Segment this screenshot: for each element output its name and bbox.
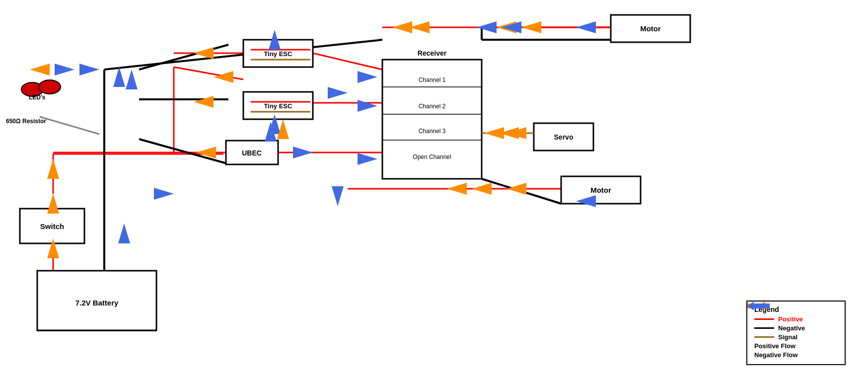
orange-arrow-1 — [392, 21, 412, 33]
blue-arrow-recv-left2 — [358, 100, 377, 112]
legend-box: Legend Positive Negative Signal Positive… — [746, 301, 846, 365]
tinyesc2-label: Tiny ESC — [264, 102, 292, 110]
orange-arrow-esc2a — [194, 96, 214, 108]
motor2-label: Motor — [590, 186, 611, 194]
blue-arrow-recv-left1 — [358, 71, 377, 83]
orange-arrow-esc1b — [214, 71, 233, 83]
blue-arrow-recv-down — [358, 153, 377, 165]
servo-label: Servo — [554, 133, 574, 141]
receiver-label: Receiver — [418, 49, 447, 57]
svg-marker-49 — [747, 302, 770, 310]
orange-arrow-2 — [410, 21, 430, 33]
leds-label: LED's — [29, 94, 46, 101]
orange-arrow-far-left — [30, 64, 50, 76]
orange-arrow-motor2a — [447, 183, 467, 195]
orange-arrow-motor2b — [472, 183, 492, 195]
ubec-label: UBEC — [242, 149, 262, 157]
blue-arrow-down3 — [126, 70, 138, 89]
blue-arrow-esc2left — [328, 87, 348, 99]
svg-point-46 — [39, 80, 61, 94]
svg-line-9 — [313, 53, 382, 70]
orange-arrow-esc1a — [194, 47, 214, 59]
orange-arrow-ch3a — [484, 127, 504, 139]
blue-arrow-down2 — [113, 67, 125, 87]
ch3-label: Channel 3 — [419, 128, 446, 135]
orange-arrow-battery-up1 — [47, 159, 59, 179]
blue-arrow-motor1-left — [576, 21, 596, 33]
ch2-label: Channel 2 — [419, 103, 446, 110]
blue-arrow-bat-left — [154, 188, 174, 200]
ch1-label: Channel 1 — [419, 76, 446, 83]
tinyesc1-label: Tiny ESC — [264, 50, 292, 58]
blue-arrow-top1 — [477, 21, 497, 33]
motor1-label: Motor — [640, 24, 661, 33]
legend-negflow-row: Negative Flow — [754, 351, 838, 359]
resistor-label: 650Ω Resistor — [6, 118, 46, 125]
blue-arrow-topleft2 — [55, 64, 74, 76]
battery-label: 7.2V Battery — [75, 299, 119, 307]
orange-arrow-switch-up — [47, 194, 59, 214]
switch-label: Switch — [40, 222, 64, 230]
negative-flow-arrow-icon — [747, 302, 868, 380]
orange-arrow-motor2c — [506, 183, 526, 195]
blue-arrow-bat-down — [118, 224, 130, 243]
blue-arrow-center-up — [332, 186, 344, 206]
open-channel-label: Open Channel — [413, 153, 451, 160]
blue-arrow-topleft1 — [79, 64, 99, 76]
blue-arrow-ubec-left — [293, 147, 313, 158]
svg-line-47 — [40, 117, 99, 134]
orange-arrow-motor-top2 — [521, 21, 541, 33]
